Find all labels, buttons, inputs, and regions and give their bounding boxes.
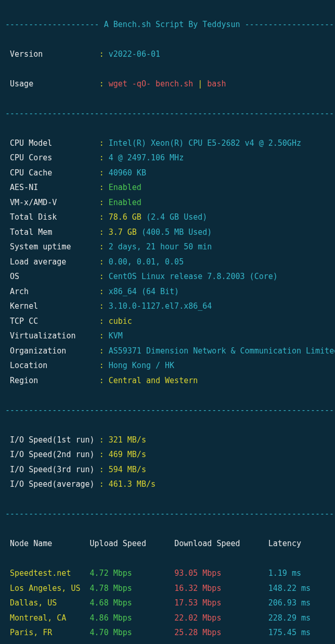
- speed-download: 93.05 Mbps: [174, 569, 268, 578]
- sys-label: CPU Model: [5, 138, 99, 148]
- version-value: v2022-06-01: [109, 49, 160, 59]
- colon: :: [99, 361, 109, 370]
- colon: :: [99, 435, 109, 445]
- speed-node: Paris, FR: [5, 628, 90, 637]
- sys-row: AES-NI : Enabled: [5, 180, 330, 195]
- speed-download: 25.28 Mbps: [174, 628, 268, 637]
- sys-value: 3.7 GB: [109, 228, 137, 237]
- sys-label: Total Disk: [5, 212, 99, 222]
- speed-upload: 4.68 Mbps: [90, 598, 175, 608]
- colon: :: [99, 212, 109, 222]
- divider: ----------------------------------------…: [5, 403, 330, 418]
- colon: :: [99, 79, 109, 89]
- sys-label: TCP CC: [5, 317, 99, 326]
- colon: :: [99, 257, 109, 267]
- sys-label: Virtualization: [5, 331, 99, 340]
- sys-row: Region : Central and Western: [5, 373, 330, 388]
- colon: :: [99, 479, 109, 489]
- col-upload: Upload Speed: [90, 539, 175, 548]
- colon: :: [99, 228, 109, 237]
- io-label: I/O Speed(1st run): [5, 435, 99, 445]
- speed-latency: 206.93 ms: [268, 598, 311, 608]
- colon: :: [99, 153, 109, 162]
- colon: :: [99, 376, 109, 385]
- io-value: 321 MB/s: [109, 435, 146, 445]
- divider: ----------------------------------------…: [5, 507, 330, 522]
- sys-label: CPU Cache: [5, 168, 99, 178]
- speed-latency: 148.22 ms: [268, 584, 311, 593]
- sys-row: TCP CC : cubic: [5, 314, 330, 329]
- sys-value: Hong Kong / HK: [109, 361, 174, 370]
- speed-node: Dallas, US: [5, 598, 90, 608]
- speed-row: Dallas, US 4.68 Mbps 17.53 Mbps 206.93 m…: [5, 596, 330, 611]
- sys-label: Arch: [5, 287, 99, 296]
- sys-value: Enabled: [109, 198, 141, 207]
- colon: :: [99, 168, 109, 178]
- sys-row: Total Disk : 78.6 GB (2.4 GB Used): [5, 210, 330, 225]
- sys-label: CPU Cores: [5, 153, 99, 162]
- sys-row: Organization : AS59371 Dimension Network…: [5, 344, 330, 359]
- sys-row: Load average : 0.00, 0.01, 0.05: [5, 255, 330, 270]
- colon: :: [99, 346, 109, 356]
- io-value: 461.3 MB/s: [109, 479, 156, 489]
- sys-value: CentOS Linux release 7.8.2003 (Core): [109, 272, 278, 281]
- sys-label: Organization: [5, 346, 99, 356]
- colon: :: [99, 287, 109, 296]
- colon: :: [99, 272, 109, 281]
- colon: :: [99, 198, 109, 207]
- usage-pipe: |: [198, 79, 207, 89]
- sys-label: System uptime: [5, 242, 99, 251]
- sys-suffix: (2.4 GB Used): [146, 212, 207, 222]
- usage-label: Usage: [5, 79, 99, 89]
- speed-row: Speedtest.net 4.72 Mbps 93.05 Mbps 1.19 …: [5, 566, 330, 581]
- colon: :: [99, 242, 109, 251]
- io-label: I/O Speed(average): [5, 479, 99, 489]
- col-node: Node Name: [5, 539, 90, 548]
- speed-header-row: Node Name Upload Speed Download Speed La…: [5, 536, 330, 551]
- speed-upload: 4.72 Mbps: [90, 569, 175, 578]
- sys-value: Enabled: [109, 183, 141, 192]
- io-row: I/O Speed(2nd run) : 469 MB/s: [5, 447, 330, 462]
- sys-row: Total Mem : 3.7 GB (400.5 MB Used): [5, 225, 330, 240]
- sys-row: CPU Cache : 40960 KB: [5, 166, 330, 181]
- colon: :: [99, 138, 109, 148]
- speed-latency: 175.45 ms: [268, 628, 311, 637]
- sys-value: 78.6 GB: [109, 212, 141, 222]
- speed-upload: 4.78 Mbps: [90, 584, 175, 593]
- sys-value: 2 days, 21 hour 50 min: [109, 242, 212, 251]
- sys-value: KVM: [109, 331, 123, 340]
- version-label: Version: [5, 49, 99, 59]
- version-row: Version : v2022-06-01: [5, 47, 330, 62]
- sys-value: AS59371 Dimension Network & Communicatio…: [109, 346, 335, 356]
- io-row: I/O Speed(1st run) : 321 MB/s: [5, 433, 330, 448]
- sys-label: Region: [5, 376, 99, 385]
- usage-bash: bash: [207, 79, 226, 89]
- io-label: I/O Speed(3rd run): [5, 465, 99, 474]
- speed-download: 22.02 Mbps: [174, 613, 268, 623]
- sys-value: Central and Western: [109, 376, 198, 385]
- speed-row: Amsterdam, NL 4.73 Mbps 21.44 Mbps 233.6…: [5, 640, 330, 645]
- colon: :: [99, 331, 109, 340]
- sys-label: Kernel: [5, 301, 99, 311]
- speed-node: Montreal, CA: [5, 613, 90, 623]
- speed-latency: 228.29 ms: [268, 613, 311, 623]
- sys-row: OS : CentOS Linux release 7.8.2003 (Core…: [5, 269, 330, 284]
- sys-value: 0.00, 0.01, 0.05: [109, 257, 184, 267]
- header-line: -------------------- A Bench.sh Script B…: [5, 17, 330, 32]
- speed-download: 16.32 Mbps: [174, 584, 268, 593]
- sys-row: CPU Cores : 4 @ 2497.106 MHz: [5, 150, 330, 166]
- sys-label: Location: [5, 361, 99, 370]
- usage-wget: wget -qO- bench.sh: [109, 79, 198, 89]
- io-row: I/O Speed(3rd run) : 594 MB/s: [5, 462, 330, 477]
- col-download: Download Speed: [174, 539, 268, 548]
- speed-download: 17.53 Mbps: [174, 598, 268, 608]
- sys-row: Arch : x86_64 (64 Bit): [5, 284, 330, 299]
- speed-node: Los Angeles, US: [5, 584, 90, 593]
- colon: :: [99, 183, 109, 192]
- io-label: I/O Speed(2nd run): [5, 450, 99, 459]
- sys-value: cubic: [109, 317, 132, 326]
- sys-value: Intel(R) Xeon(R) CPU E5-2682 v4 @ 2.50GH…: [109, 138, 301, 148]
- sys-value: x86_64 (64 Bit): [109, 287, 179, 296]
- speed-row: Los Angeles, US 4.78 Mbps 16.32 Mbps 148…: [5, 581, 330, 596]
- sys-value: 3.10.0-1127.el7.x86_64: [109, 301, 212, 311]
